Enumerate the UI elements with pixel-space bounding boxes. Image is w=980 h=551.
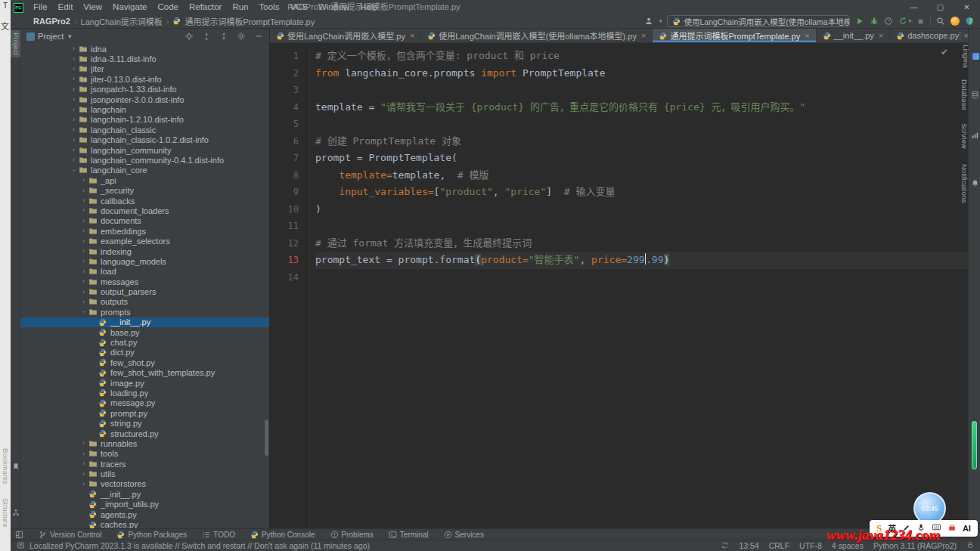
chevron-right-icon[interactable]: ›	[80, 238, 87, 245]
chevron-right-icon[interactable]: ›	[80, 471, 87, 478]
assistant-plugin-icon[interactable]	[951, 17, 960, 26]
collapse-all-button[interactable]	[219, 32, 228, 41]
breadcrumb-item[interactable]: LangChain提示词模板	[81, 15, 163, 27]
status-message[interactable]: Localized PyCharm 2023.1.3 is available …	[29, 541, 370, 550]
tree-row[interactable]: ›document_loaders	[20, 206, 269, 215]
line-number[interactable]: 7	[270, 150, 309, 167]
chevron-down-icon[interactable]: ▼	[67, 33, 73, 40]
tool-button-services[interactable]: Services	[444, 531, 484, 539]
chevron-right-icon[interactable]: ›	[80, 177, 87, 184]
editor-tab[interactable]: 使用LangChain调用嵌入模型.py×	[270, 29, 421, 42]
tree-row[interactable]: ›idna-3.11.dist-info	[20, 54, 269, 63]
tree-row[interactable]: ›utils	[20, 469, 269, 478]
line-number[interactable]: 5	[270, 116, 309, 133]
code-line[interactable]	[315, 116, 968, 133]
tree-row[interactable]: ›langchain_community-0.4.1.dist-info	[20, 155, 269, 165]
chevron-right-icon[interactable]: ›	[80, 460, 87, 467]
maximize-button[interactable]: ▢	[927, 0, 954, 14]
tree-row[interactable]: ›output_parsers	[20, 286, 269, 296]
lock-icon[interactable]	[966, 541, 974, 550]
tree-row[interactable]: __init__.py	[20, 489, 269, 499]
tool-button-database[interactable]: Database	[969, 77, 979, 113]
menu-item-view[interactable]: View	[78, 0, 107, 14]
chevron-right-icon[interactable]: ›	[80, 440, 87, 447]
tree-row[interactable]: ›tracers	[20, 459, 269, 469]
chevron-right-icon[interactable]: ›	[70, 56, 77, 63]
tree-row[interactable]: ›langchain	[20, 104, 269, 114]
tool-windows-icon[interactable]	[15, 531, 23, 539]
tool-button-bookmarks[interactable]: Bookmarks	[11, 446, 20, 487]
chevron-right-icon[interactable]: ›	[80, 481, 87, 488]
line-number[interactable]: 2	[270, 65, 309, 82]
line-number[interactable]: 9	[270, 184, 309, 201]
expand-all-button[interactable]	[202, 32, 211, 41]
tree-row[interactable]: ›jiter-0.13.0.dist-info	[20, 74, 269, 84]
editor-tab[interactable]: 使用LangChain调用嵌入模型(使用ollama本地模型).py×	[421, 29, 653, 42]
tree-row[interactable]: image.py	[20, 378, 269, 388]
tree-row[interactable]: _import_utils.py	[20, 500, 269, 509]
event-log-icon[interactable]	[17, 541, 25, 551]
code-line[interactable]: template = "请帮我写一段关于 {product} 的广告，重点是它的…	[315, 99, 968, 116]
line-ending-selector[interactable]: CRLF	[769, 541, 789, 550]
tool-button-sciview[interactable]: SciView	[969, 121, 979, 151]
chevron-right-icon[interactable]: ›	[80, 278, 87, 285]
search-everywhere-button[interactable]	[936, 17, 945, 26]
tree-row[interactable]: string.py	[20, 418, 269, 428]
tree-row[interactable]: prompt.py	[20, 408, 269, 418]
code-line[interactable]: # 定义一个模板，包含两个变量: product 和 price	[315, 48, 968, 65]
close-icon[interactable]: ×	[641, 31, 646, 40]
code-lines[interactable]: # 定义一个模板，包含两个变量: product 和 pricefrom lan…	[311, 43, 968, 528]
code-line[interactable]	[315, 82, 968, 99]
tree-row[interactable]: ›indexing	[20, 246, 269, 256]
breadcrumb-item[interactable]: 通用提示词模板PromptTemplate.py	[185, 15, 315, 27]
chevron-down-icon[interactable]: ›	[70, 167, 77, 174]
tree-row[interactable]: dict.py	[20, 348, 269, 358]
menu-item-run[interactable]: Run	[227, 0, 253, 14]
tree-row[interactable]: structured.py	[20, 429, 269, 438]
chevron-right-icon[interactable]: ›	[80, 187, 87, 194]
menu-item-code[interactable]: Code	[152, 0, 184, 14]
minimize-button[interactable]: —	[901, 0, 927, 14]
tool-button-lingma[interactable]: Lingma	[969, 42, 979, 70]
coverage-button[interactable]: ▾	[898, 17, 911, 26]
tree-row[interactable]: ›langchain-1.2.10.dist-info	[20, 115, 269, 125]
chevron-right-icon[interactable]: ›	[70, 86, 77, 93]
tool-button-python-console[interactable]: Python Console	[250, 531, 315, 539]
chevron-right-icon[interactable]: ›	[80, 197, 87, 204]
user-icon[interactable]	[644, 17, 653, 26]
tree-row[interactable]: caches.py	[20, 519, 269, 528]
tree-row[interactable]: ›outputs	[20, 297, 269, 307]
code-editor[interactable]: 1234567891011121314 # 定义一个模板，包含两个变量: pro…	[270, 43, 968, 528]
shield-icon[interactable]	[965, 17, 974, 26]
tree-row[interactable]: ›_security	[20, 185, 269, 195]
chevron-right-icon[interactable]: ›	[80, 268, 87, 275]
tree-row[interactable]: ›language_models	[20, 256, 269, 266]
profiler-button[interactable]	[884, 17, 893, 26]
tree-row[interactable]: chat.py	[20, 337, 269, 347]
chevron-right-icon[interactable]: ›	[80, 207, 87, 214]
chevron-right-icon[interactable]: ›	[70, 137, 77, 144]
chevron-right-icon[interactable]: ›	[80, 299, 87, 305]
line-number[interactable]: 14	[270, 269, 309, 286]
tree-row[interactable]: ›documents	[20, 216, 269, 226]
line-number[interactable]: 11	[270, 218, 309, 235]
chevron-right-icon[interactable]: ›	[70, 116, 77, 123]
chevron-right-icon[interactable]: ›	[80, 228, 87, 234]
line-number[interactable]: 12	[270, 235, 309, 252]
tree-row[interactable]: ›langchain_core	[20, 166, 269, 175]
tool-button-structure[interactable]: Structure	[11, 496, 20, 530]
line-number[interactable]: 4	[270, 99, 309, 116]
run-button[interactable]	[855, 17, 864, 26]
tree-row[interactable]: few_shot.py	[20, 358, 269, 367]
tree-row[interactable]: ›idna	[20, 44, 269, 54]
chevron-right-icon[interactable]: ›	[80, 248, 87, 255]
code-line[interactable]: # 通过 format 方法填充变量，生成最终提示词	[315, 235, 968, 252]
tab-options-kebab-icon[interactable]: ⋮	[956, 29, 964, 43]
toolbox-icon[interactable]	[947, 522, 957, 535]
chevron-right-icon[interactable]: ›	[70, 66, 77, 73]
tree-row[interactable]: loading.py	[20, 388, 269, 398]
menu-item-tools[interactable]: Tools	[254, 0, 285, 14]
code-line[interactable]: prompt_text = prompt.format(product="智能手…	[315, 252, 968, 269]
tool-button-todo[interactable]: TODO	[202, 531, 235, 539]
tree-row[interactable]: base.py	[20, 327, 269, 337]
